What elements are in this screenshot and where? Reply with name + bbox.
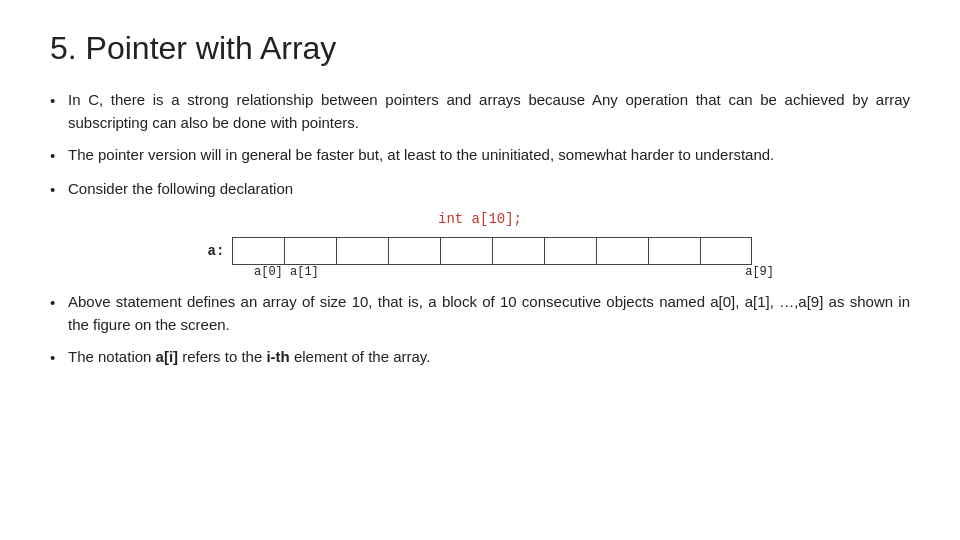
bullet-dot-4: • (50, 292, 68, 315)
array-cell-2 (336, 237, 388, 265)
page-title: 5. Pointer with Array (50, 30, 910, 67)
array-cell-6 (544, 237, 596, 265)
bullet-dot-1: • (50, 90, 68, 113)
text-after: element of the array. (290, 348, 431, 365)
bullet-text-5: The notation a[i] refers to the i-th ele… (68, 346, 910, 369)
array-index-left: a[0] a[1] (254, 265, 319, 279)
array-cell-0 (232, 237, 284, 265)
page-container: 5. Pointer with Array • In C, there is a… (0, 0, 960, 400)
array-cell-7 (596, 237, 648, 265)
text-bold-ith: i-th (266, 348, 289, 365)
bullet-item-4: • Above statement defines an array of si… (50, 291, 910, 336)
array-row: a: (208, 237, 753, 265)
bullet-dot-5: • (50, 347, 68, 370)
array-cell-5 (492, 237, 544, 265)
array-cell-3 (388, 237, 440, 265)
text-mid: refers to the (178, 348, 266, 365)
bullet-item-5: • The notation a[i] refers to the i-th e… (50, 346, 910, 370)
bullet-item-3: • Consider the following declaration (50, 178, 910, 202)
array-diagram: a: a[0] a[1] a[9] (50, 237, 910, 279)
bullet-list-1: • In C, there is a strong relationship b… (50, 89, 910, 201)
bullet-item-1: • In C, there is a strong relationship b… (50, 89, 910, 134)
bullet-dot-3: • (50, 179, 68, 202)
text-before: The notation (68, 348, 156, 365)
bullet-text-1: In C, there is a strong relationship bet… (68, 89, 910, 134)
array-cell-1 (284, 237, 336, 265)
bullet-item-2: • The pointer version will in general be… (50, 144, 910, 168)
bullet-text-2: The pointer version will in general be f… (68, 144, 910, 167)
text-bold-ai: a[i] (156, 348, 179, 365)
array-cell-8 (648, 237, 700, 265)
bullet-text-3: Consider the following declaration (68, 178, 910, 201)
code-declaration: int a[10]; (50, 211, 910, 227)
array-indices: a[0] a[1] a[9] (254, 265, 774, 279)
bullet-dot-2: • (50, 145, 68, 168)
array-cell-9 (700, 237, 752, 265)
array-cell-4 (440, 237, 492, 265)
bullet-list-2: • Above statement defines an array of si… (50, 291, 910, 370)
array-cells (232, 237, 752, 265)
bullet-text-4: Above statement defines an array of size… (68, 291, 910, 336)
array-index-right: a[9] (745, 265, 774, 279)
array-label: a: (208, 243, 225, 259)
